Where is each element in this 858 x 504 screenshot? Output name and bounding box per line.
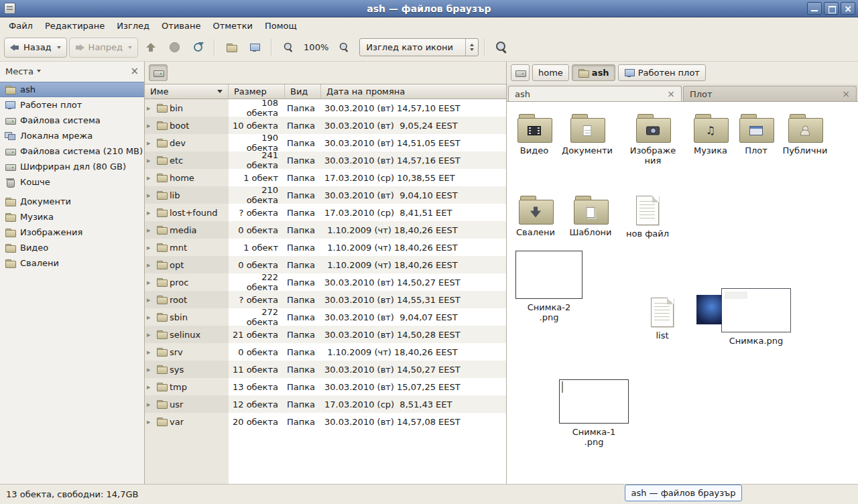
file-icon-item[interactable]: нов файл (617, 196, 678, 239)
zoom-out-button[interactable] (278, 37, 299, 58)
forward-button[interactable]: Напред (69, 38, 138, 58)
menu-item[interactable]: Отиване (156, 19, 206, 33)
file-icon-item[interactable]: list (632, 298, 692, 341)
table-row[interactable]: lib 210 обекта Папка 30.03.2010 (вт) 9,0… (145, 186, 506, 204)
up-button[interactable] (140, 37, 162, 58)
file-icon-item[interactable]: Изображения (623, 114, 683, 166)
zoom-level[interactable]: 100% (301, 42, 331, 52)
expander-icon[interactable] (147, 104, 154, 113)
sidebar-close-icon[interactable] (130, 65, 139, 77)
stop-button[interactable] (164, 37, 185, 58)
table-row[interactable]: var 20 обекта Папка 30.03.2010 (вт) 14,5… (145, 413, 506, 430)
expander-icon[interactable] (147, 243, 154, 252)
file-icon-item[interactable]: Снимка-1.png (557, 379, 631, 448)
tab-close-icon[interactable] (842, 88, 850, 99)
sidebar-item[interactable]: Работен плот (0, 97, 144, 113)
sidebar-item[interactable]: Документи (0, 194, 144, 209)
expander-icon[interactable] (147, 383, 154, 391)
sidebar-item[interactable]: Изображения (0, 225, 144, 240)
table-row[interactable]: lost+found ? обекта Папка 17.03.2010 (ср… (145, 204, 506, 221)
expander-icon[interactable] (147, 226, 154, 235)
icon-view[interactable]: Видео Документи Изображения (507, 102, 858, 484)
table-row[interactable]: bin 108 обекта Папка 30.03.2010 (вт) 14,… (145, 99, 506, 117)
file-icon-item[interactable]: Снимка.png (719, 288, 793, 346)
minimize-button[interactable] (807, 2, 822, 15)
back-button[interactable]: Назад (4, 38, 67, 58)
expander-icon[interactable] (147, 400, 154, 409)
table-row[interactable]: selinux 21 обекта Папка 30.03.2010 (вт) … (145, 326, 506, 343)
expander-icon[interactable] (147, 278, 154, 287)
table-row[interactable]: mnt 1 обект Папка 1.10.2009 (чт) 18,40,2… (145, 239, 506, 256)
column-header-size[interactable]: Размер (229, 84, 285, 99)
maximize-button[interactable] (824, 2, 839, 15)
file-icon-item[interactable]: Публични (775, 114, 835, 156)
file-icon-item[interactable]: Шаблони (560, 196, 621, 238)
taskbar-window-button[interactable]: ash — файлов браузър (625, 485, 742, 501)
root-location-button[interactable] (149, 64, 168, 81)
expander-icon[interactable] (147, 139, 154, 147)
expander-icon[interactable] (147, 191, 154, 200)
table-row[interactable]: srv 0 обекта Папка 1.10.2009 (чт) 18,40,… (145, 343, 506, 361)
table-row[interactable]: home 1 обект Папка 17.03.2010 (ср) 10,38… (145, 169, 506, 186)
expander-icon[interactable] (147, 156, 154, 165)
table-row[interactable]: usr 12 обекта Папка 17.03.2010 (ср) 8,51… (145, 395, 506, 413)
sidebar-item[interactable]: Свалени (0, 255, 144, 271)
sidebar-title-caret-icon[interactable] (37, 70, 41, 72)
expander-icon[interactable] (147, 174, 154, 182)
sidebar-item[interactable]: Музика (0, 209, 144, 225)
table-row[interactable]: sbin 272 обекта Папка 30.03.2010 (вт) 9,… (145, 308, 506, 326)
menu-item[interactable]: Помощ (259, 19, 303, 33)
sidebar-item[interactable]: Файлова система (210 MB) (0, 143, 144, 159)
path-button[interactable]: home (532, 64, 569, 81)
path-button[interactable]: ash (572, 64, 615, 81)
table-row[interactable]: dev 190 обекта Папка 30.03.2010 (вт) 14,… (145, 134, 506, 151)
sidebar-item[interactable]: ash (0, 82, 144, 97)
root-location-button[interactable] (511, 64, 530, 81)
back-history-caret-icon[interactable] (57, 46, 61, 49)
tab-close-icon[interactable] (667, 88, 675, 99)
tab[interactable]: ash (508, 86, 682, 101)
sidebar-item[interactable]: Кошче (0, 174, 144, 190)
sidebar-item[interactable]: Видео (0, 240, 144, 255)
file-icon-item[interactable]: Видео (507, 114, 564, 156)
expander-icon[interactable] (147, 348, 154, 357)
sidebar-item[interactable]: Шифриран дял (80 GB) (0, 159, 144, 174)
expander-icon[interactable] (147, 121, 154, 130)
sidebar-title[interactable]: Места (5, 66, 34, 76)
view-mode-spinner-icon[interactable] (465, 39, 478, 56)
home-button[interactable] (221, 37, 242, 58)
close-button[interactable] (841, 2, 855, 15)
table-row[interactable]: etc 241 обекта Папка 30.03.2010 (вт) 14,… (145, 151, 506, 169)
menu-item[interactable]: Отметки (206, 19, 258, 33)
computer-button[interactable] (244, 37, 265, 58)
file-icon-item[interactable]: Документи (557, 114, 617, 156)
expander-icon[interactable] (147, 313, 154, 322)
table-row[interactable]: tmp 13 обекта Папка 30.03.2010 (вт) 15,0… (145, 378, 506, 395)
table-row[interactable]: proc 222 обекта Папка 30.03.2010 (вт) 14… (145, 273, 506, 291)
expander-icon[interactable] (147, 261, 154, 269)
zoom-in-button[interactable] (333, 37, 355, 58)
tab[interactable]: Плот (683, 86, 857, 101)
menu-item[interactable]: Изглед (111, 19, 156, 33)
view-mode-select[interactable]: Изглед като икони (359, 38, 479, 56)
file-icon-item[interactable]: Свалени (507, 196, 566, 238)
sidebar-item[interactable]: Локална мрежа (0, 128, 144, 143)
search-button[interactable] (491, 37, 512, 58)
reload-button[interactable] (187, 37, 208, 58)
column-header-name[interactable]: Име (145, 84, 229, 99)
column-header-date[interactable]: Дата на промяна (321, 84, 506, 99)
expander-icon[interactable] (147, 418, 154, 426)
column-header-type[interactable]: Вид (285, 84, 321, 99)
sidebar-item[interactable]: Файлова система (0, 113, 144, 128)
table-row[interactable]: root ? обекта Папка 30.03.2010 (вт) 14,5… (145, 291, 506, 308)
table-row[interactable]: media 0 обекта Папка 1.10.2009 (чт) 18,4… (145, 221, 506, 239)
expander-icon[interactable] (147, 208, 154, 217)
menu-item[interactable]: Редактиране (39, 19, 111, 33)
table-row[interactable]: boot 10 обекта Папка 30.03.2010 (вт) 9,0… (145, 117, 506, 134)
path-button[interactable]: Работен плот (618, 64, 706, 81)
table-row[interactable]: sys 11 обекта Папка 30.03.2010 (вт) 14,5… (145, 361, 506, 378)
expander-icon[interactable] (147, 330, 154, 339)
expander-icon[interactable] (147, 365, 154, 374)
table-row[interactable]: opt 0 обекта Папка 1.10.2009 (чт) 18,40,… (145, 256, 506, 273)
expander-icon[interactable] (147, 296, 154, 304)
